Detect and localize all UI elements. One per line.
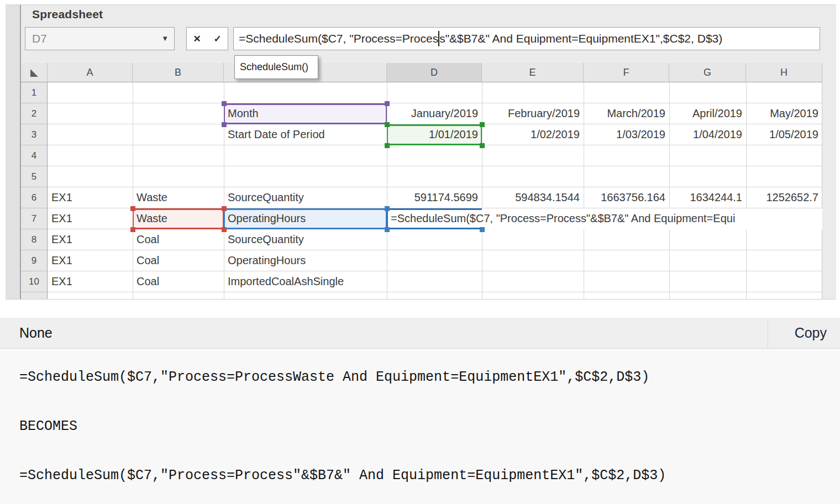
cell-a7[interactable]: EX1 xyxy=(48,208,133,229)
selection-handle[interactable] xyxy=(480,122,485,127)
selection-handle[interactable] xyxy=(222,122,227,127)
cell-a6[interactable]: EX1 xyxy=(48,187,133,208)
spreadsheet-panel: Spreadsheet D7 ▼ ✕ ✓ =ScheduleSum($C7, "… xyxy=(6,4,836,300)
cell-a9[interactable]: EX1 xyxy=(48,250,133,271)
row-header-6[interactable]: 6 xyxy=(21,187,48,208)
selection-handle[interactable] xyxy=(385,206,390,211)
copy-button[interactable]: Copy xyxy=(795,318,827,348)
column-header-e[interactable]: E xyxy=(482,63,584,82)
cell-b9[interactable]: Coal xyxy=(133,250,224,271)
code-line-becomes: BECOMES xyxy=(19,414,840,439)
cell-c7[interactable]: OperatingHours xyxy=(224,208,387,229)
cell-e2[interactable]: February/2019 xyxy=(482,103,584,124)
row-headers: 1 2 3 4 5 6 7 8 9 10 xyxy=(21,82,48,299)
cell-c9[interactable]: OperatingHours xyxy=(224,250,387,271)
row-header-8[interactable]: 8 xyxy=(21,229,48,250)
cell-d7-editing[interactable]: =ScheduleSum($C7, "Process=Process"&$B7&… xyxy=(387,208,822,229)
row-header-2[interactable]: 2 xyxy=(21,103,48,124)
formula-input[interactable]: =ScheduleSum($C7, "Process=Process"&$B7&… xyxy=(233,27,820,50)
corner-triangle-icon xyxy=(30,69,38,77)
cell-c3[interactable]: Start Date of Period xyxy=(224,124,387,145)
column-header-b[interactable]: B xyxy=(133,63,224,82)
confirm-icon[interactable]: ✓ xyxy=(213,33,221,45)
code-block: =ScheduleSum($C7,"Process=ProcessWaste A… xyxy=(0,349,840,504)
cell-d2[interactable]: January/2019 xyxy=(387,103,482,124)
row-header-7[interactable]: 7 xyxy=(21,208,48,229)
row-header-4[interactable]: 4 xyxy=(21,145,48,166)
column-header-a[interactable]: A xyxy=(48,63,133,82)
cell-b7[interactable]: Waste xyxy=(133,208,224,229)
selection-handle[interactable] xyxy=(385,122,390,127)
code-panel-header: None Copy xyxy=(0,318,840,349)
column-header-f[interactable]: F xyxy=(584,63,669,82)
cell-d3[interactable]: 1/01/2019 xyxy=(387,124,482,145)
cell-f3[interactable]: 1/03/2019 xyxy=(584,124,669,145)
selection-handle[interactable] xyxy=(222,101,227,106)
cell-f6[interactable]: 1663756.164 xyxy=(584,187,669,208)
row-header-9[interactable]: 9 xyxy=(21,250,48,271)
row-header-1[interactable]: 1 xyxy=(21,82,48,103)
code-panel: None Copy =ScheduleSum($C7,"Process=Proc… xyxy=(0,318,840,504)
formula-text-before-caret: =ScheduleSum($C7, "Process=Proces xyxy=(239,32,438,45)
cell-b10[interactable]: Coal xyxy=(133,271,224,292)
cell-g3[interactable]: 1/04/2019 xyxy=(669,124,746,145)
language-label: None xyxy=(19,318,53,348)
panel-left-edge xyxy=(6,5,21,299)
window-title: Spreadsheet xyxy=(32,8,103,21)
cell-c2[interactable]: Month xyxy=(224,103,387,124)
cell-g2[interactable]: April/2019 xyxy=(669,103,746,124)
cell-g6[interactable]: 1634244.1 xyxy=(669,187,746,208)
selection-handle[interactable] xyxy=(385,143,390,148)
cell-name-box[interactable]: D7 ▼ xyxy=(25,27,175,50)
selection-handle[interactable] xyxy=(480,227,485,232)
column-headers: A B C D E F G H xyxy=(21,63,822,82)
cell-a10[interactable]: EX1 xyxy=(48,271,133,292)
cell-e3[interactable]: 1/02/2019 xyxy=(482,124,584,145)
chevron-down-icon[interactable]: ▼ xyxy=(161,28,169,50)
cell-c6[interactable]: SourceQuantity xyxy=(224,187,387,208)
cell-b6[interactable]: Waste xyxy=(133,187,224,208)
cell-h6[interactable]: 1252652.7 xyxy=(746,187,822,208)
selection-handle[interactable] xyxy=(130,206,135,211)
cell-a8[interactable]: EX1 xyxy=(48,229,133,250)
formula-text-after-caret: s"&$B7&" And Equipment=EquipmentEX1",$C$… xyxy=(439,32,722,45)
name-box-value: D7 xyxy=(32,32,47,45)
formula-action-buttons: ✕ ✓ xyxy=(186,27,228,50)
selection-handle[interactable] xyxy=(385,101,390,106)
selection-handle[interactable] xyxy=(480,143,485,148)
column-header-d[interactable]: D xyxy=(387,63,482,82)
row-header-3[interactable]: 3 xyxy=(21,124,48,145)
column-header-h[interactable]: H xyxy=(746,63,822,82)
selection-handle[interactable] xyxy=(222,206,227,211)
select-all-corner[interactable] xyxy=(21,63,48,82)
cell-h2[interactable]: May/2019 xyxy=(746,103,822,124)
selection-handle[interactable] xyxy=(222,227,227,232)
cell-c10[interactable]: ImportedCoalAshSingle xyxy=(224,271,387,292)
selection-handle[interactable] xyxy=(130,227,135,232)
code-line-result: =ScheduleSum($C7,"Process=Process"&$B7&"… xyxy=(19,464,840,488)
function-tooltip: ScheduleSum() xyxy=(234,55,318,79)
cell-f2[interactable]: March/2019 xyxy=(584,103,669,124)
cell-h3[interactable]: 1/05/2019 xyxy=(746,124,822,145)
column-header-g[interactable]: G xyxy=(669,63,746,82)
cell-c8[interactable]: SourceQuantity xyxy=(224,229,387,250)
cancel-icon[interactable]: ✕ xyxy=(193,33,201,45)
row-header-5[interactable]: 5 xyxy=(21,166,48,187)
row-header-10[interactable]: 10 xyxy=(21,271,48,292)
cell-b8[interactable]: Coal xyxy=(133,229,224,250)
header-divider xyxy=(768,318,768,348)
cell-d6[interactable]: 591174.5699 xyxy=(387,187,482,208)
row-header-stub xyxy=(21,292,48,299)
selection-handle[interactable] xyxy=(385,227,390,232)
code-line-original: =ScheduleSum($C7,"Process=ProcessWaste A… xyxy=(19,365,840,390)
cell-e6[interactable]: 594834.1544 xyxy=(482,187,584,208)
sheet-grid: A B C D E F G H 1 2 3 4 5 6 7 8 9 10 xyxy=(21,63,822,299)
cell-area[interactable]: =ScheduleSum($C7, "Process=Process"&$B7&… xyxy=(48,82,822,299)
